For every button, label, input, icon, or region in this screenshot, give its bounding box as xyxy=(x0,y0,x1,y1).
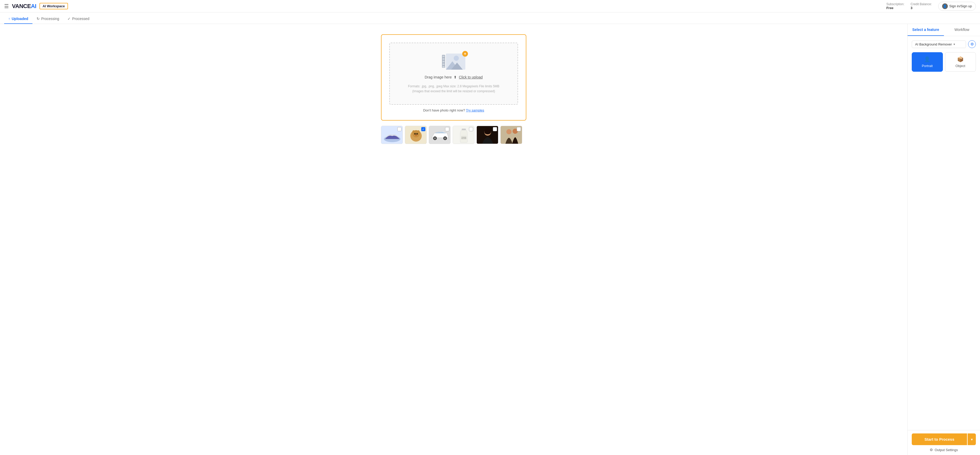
svg-point-17 xyxy=(414,133,416,135)
bottom-panel: Start to Process ▾ ⚙ Output Settings xyxy=(908,430,980,455)
sign-in-label: Sign in/Sign up xyxy=(950,4,972,8)
credit-value: 3 xyxy=(911,6,932,10)
sample-thumb-bottle[interactable]: LOTION xyxy=(453,126,474,144)
bottle-checkbox[interactable] xyxy=(469,127,473,131)
header-right: Subscription: Free Credit Balance: 3 👤 S… xyxy=(886,2,976,11)
portrait-label: Portrait xyxy=(922,64,933,68)
object-icon: 📦 xyxy=(957,56,964,62)
format-line1: Formats: .jpg, .png, .jpeg Max size: 2.8… xyxy=(408,84,500,89)
svg-point-19 xyxy=(415,134,417,136)
panel-tab-workflow[interactable]: Workflow xyxy=(944,24,980,36)
account-icon: 👤 xyxy=(942,3,948,9)
tab-uploaded-label: Uploaded xyxy=(12,17,28,21)
workflow-label: Workflow xyxy=(955,27,969,32)
hamburger-icon[interactable]: ☰ xyxy=(4,3,9,10)
svg-point-32 xyxy=(506,129,512,134)
tab-processed[interactable]: ✓ Processed xyxy=(63,14,94,24)
main-tabs: ↑ Uploaded ↻ Processing ✓ Processed xyxy=(0,13,980,24)
feature-settings-icon[interactable]: ⚙ xyxy=(968,40,976,48)
portrait-icon: 👤 xyxy=(924,56,931,62)
add-image-icon: + xyxy=(462,51,468,57)
format-line2: (Images that exceed the limit will be re… xyxy=(408,89,500,94)
feature-option-object[interactable]: 📦 Object xyxy=(945,52,976,72)
start-process-button[interactable]: Start to Process xyxy=(912,433,967,445)
object-label: Object xyxy=(955,64,965,68)
credit-block: Credit Balance: 3 xyxy=(911,2,932,10)
feature-name-label: AI Background Remover xyxy=(915,42,952,46)
main-layout: + Drag image here ⬆ Click to upload Form… xyxy=(0,24,980,455)
sample-thumb-couple[interactable] xyxy=(500,126,522,144)
click-to-upload[interactable]: Click to upload xyxy=(459,75,483,79)
subscription-value: Free xyxy=(886,6,904,10)
sample-thumb-shoes[interactable] xyxy=(381,126,403,144)
start-process-dropdown-button[interactable]: ▾ xyxy=(967,433,976,445)
svg-rect-3 xyxy=(442,61,445,62)
sample-thumb-car[interactable] xyxy=(429,126,450,144)
woman-checkbox[interactable] xyxy=(493,127,497,131)
samples-text-static: Don't have photo right now? xyxy=(423,109,466,112)
logo-ai: AI xyxy=(31,3,37,10)
sample-images-row: ✓ LOT xyxy=(381,126,527,144)
couple-checkbox[interactable] xyxy=(517,127,521,131)
svg-point-7 xyxy=(453,56,459,61)
svg-text:LOTION: LOTION xyxy=(461,137,466,139)
dog-checkbox[interactable]: ✓ xyxy=(421,127,425,131)
output-settings-row[interactable]: ⚙ Output Settings xyxy=(912,448,976,452)
svg-point-18 xyxy=(416,133,418,135)
workspace-badge[interactable]: AI Workspace xyxy=(40,3,68,10)
svg-rect-5 xyxy=(442,66,445,67)
tab-processing[interactable]: ↻ Processing xyxy=(32,14,63,24)
try-samples-link[interactable]: Try samples xyxy=(466,109,484,112)
tab-processed-label: Processed xyxy=(72,17,89,21)
upload-container[interactable]: + Drag image here ⬆ Click to upload Form… xyxy=(381,34,527,121)
car-checkbox[interactable] xyxy=(445,127,449,131)
upload-dropzone[interactable]: + Drag image here ⬆ Click to upload Form… xyxy=(389,43,518,105)
shoes-checkbox[interactable] xyxy=(397,127,401,131)
output-settings-icon: ⚙ xyxy=(930,448,933,452)
panel-tab-select-feature[interactable]: Select a feature xyxy=(908,24,944,36)
svg-point-22 xyxy=(434,137,436,139)
mountain-placeholder-icon xyxy=(442,54,465,70)
processing-icon: ↻ xyxy=(37,17,40,21)
dropdown-arrow-icon: ▾ xyxy=(953,43,955,46)
tab-uploaded[interactable]: ↑ Uploaded xyxy=(4,14,32,24)
tab-processing-label: Processing xyxy=(41,17,59,21)
select-feature-label: Select a feature xyxy=(912,27,939,32)
panel-tabs: Select a feature Workflow xyxy=(908,24,980,36)
upload-image-icon: + xyxy=(442,54,465,72)
start-process-row: Start to Process ▾ xyxy=(912,433,976,445)
subscription-label: Subscription: xyxy=(886,2,904,6)
credit-label: Credit Balance: xyxy=(911,2,932,6)
format-info: Formats: .jpg, .png, .jpeg Max size: 2.8… xyxy=(408,84,500,94)
upload-icon: ↑ xyxy=(8,17,10,21)
svg-rect-2 xyxy=(442,58,445,60)
center-content: + Drag image here ⬆ Click to upload Form… xyxy=(0,24,907,455)
drag-drop-text: Drag image here ⬆ Click to upload xyxy=(425,75,483,79)
samples-link: Don't have photo right now? Try samples xyxy=(389,109,518,112)
svg-point-24 xyxy=(444,137,446,139)
sample-thumb-woman[interactable] xyxy=(477,126,498,144)
feature-option-portrait[interactable]: 👤 Portrait xyxy=(912,52,943,72)
svg-rect-26 xyxy=(462,129,466,130)
subscription-block: Subscription: Free xyxy=(886,2,904,10)
sample-thumb-dog[interactable]: ✓ xyxy=(405,126,427,144)
feature-options: 👤 Portrait 📦 Object xyxy=(912,52,976,72)
feature-dropdown[interactable]: AI Background Remover ▾ xyxy=(912,40,966,48)
sign-in-button[interactable]: 👤 Sign in/Sign up xyxy=(938,2,976,11)
svg-rect-1 xyxy=(442,56,445,57)
right-panel: Select a feature Workflow AI Background … xyxy=(907,24,980,455)
processed-icon: ✓ xyxy=(67,17,71,21)
logo: VANCEAI xyxy=(12,3,37,10)
subscription-info: Subscription: Free Credit Balance: 3 xyxy=(886,2,932,10)
svg-rect-4 xyxy=(442,64,445,65)
logo-vance: VANCE xyxy=(12,3,31,10)
output-settings-label: Output Settings xyxy=(935,448,958,452)
panel-content: AI Background Remover ▾ ⚙ 👤 Portrait 📦 O… xyxy=(908,36,980,430)
drag-text-label: Drag image here xyxy=(425,75,452,79)
feature-selector-row: AI Background Remover ▾ ⚙ xyxy=(912,40,976,48)
header: ☰ VANCEAI AI Workspace Subscription: Fre… xyxy=(0,0,980,13)
upload-arrow-icon: ⬆ xyxy=(453,75,457,79)
